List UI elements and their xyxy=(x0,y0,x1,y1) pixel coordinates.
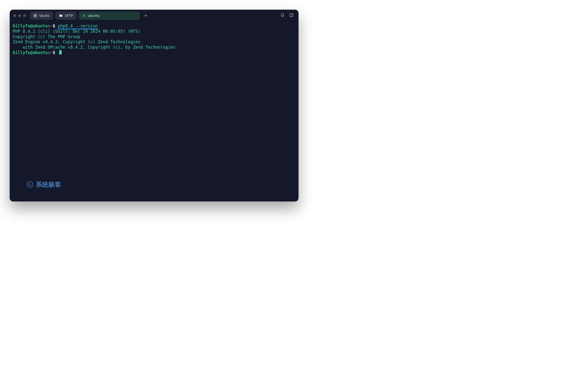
tab-label: Vaults xyxy=(39,14,50,17)
window-controls xyxy=(12,14,27,17)
folder-icon xyxy=(59,14,63,18)
watermark-text: 系统极客 xyxy=(36,181,61,188)
svg-rect-7 xyxy=(290,14,293,17)
prompt-path: ~ xyxy=(50,50,53,55)
tab-sftp[interactable]: SFTP xyxy=(56,12,77,20)
new-tab-button[interactable] xyxy=(142,12,149,19)
tab-vaults[interactable]: Vaults xyxy=(30,12,53,20)
terminal-output-line: Copyright (c) The PHP Group xyxy=(13,34,295,40)
close-window-button[interactable] xyxy=(13,14,16,17)
vault-icon xyxy=(33,14,37,18)
tab-label: SFTP xyxy=(65,14,73,17)
terminal-window: Vaults SFTP ubuntu xyxy=(10,10,298,201)
prompt-symbol: $ xyxy=(53,50,55,55)
terminal-line: billyfu@ubuntu:~$ xyxy=(13,50,295,56)
zoom-window-button[interactable] xyxy=(23,14,26,17)
terminal-line: billyfu@ubuntu:~$ php8.4 --version xyxy=(13,24,295,29)
tab-ubuntu-active[interactable]: ubuntu xyxy=(79,12,140,20)
svg-point-2 xyxy=(35,15,35,16)
terminal-output-line: Zend Engine v4.4.2, Copyright (c) Zend T… xyxy=(13,39,295,45)
terminal-output-line: with Zend OPcache v8.4.2, Copyright (c),… xyxy=(13,45,295,50)
watermark: 系统极客 xyxy=(27,181,61,188)
watermark-logo-icon xyxy=(27,181,33,188)
notifications-icon[interactable] xyxy=(280,13,285,18)
prompt-user: billyfu@ubuntu xyxy=(13,24,48,28)
prompt-path: ~ xyxy=(50,24,53,28)
titlebar: Vaults SFTP ubuntu xyxy=(10,10,298,22)
entered-command: php8.4 --version xyxy=(58,24,98,29)
cursor xyxy=(59,50,62,55)
minimize-window-button[interactable] xyxy=(18,14,21,17)
terminal-viewport[interactable]: billyfu@ubuntu:~$ php8.4 --versionPHP 8.… xyxy=(10,22,298,201)
tab-label: ubuntu xyxy=(87,14,100,17)
prompt-user: billyfu@ubuntu xyxy=(13,50,48,55)
close-tab-icon[interactable] xyxy=(82,14,86,17)
prompt-symbol: $ xyxy=(53,24,55,28)
terminal-output-line: PHP 8.4.2 (cli) (built: Dec 24 2024 06:0… xyxy=(13,29,295,34)
toggle-sidebar-icon[interactable] xyxy=(289,13,293,18)
